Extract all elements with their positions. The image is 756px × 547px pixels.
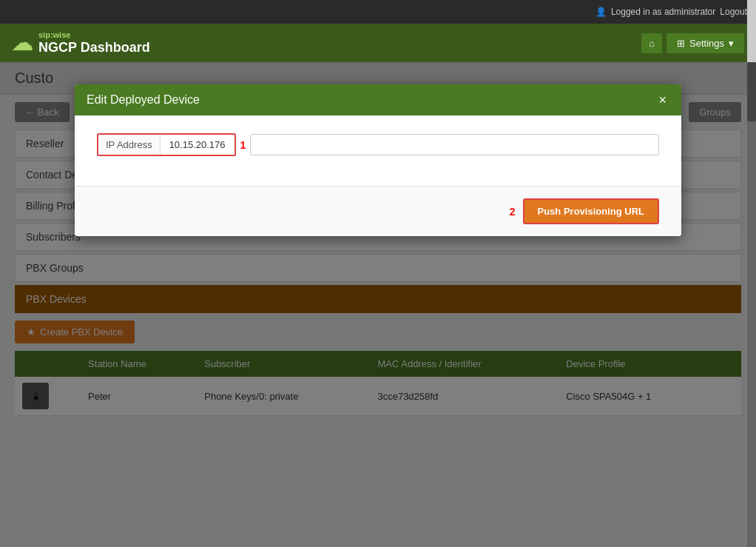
user-info: 👤 Logged in as administrator Logout	[595, 7, 747, 17]
ip-value: 10.15.20.176	[161, 135, 234, 155]
step1-indicator: 1	[240, 139, 246, 151]
logo-cloud-icon: ☁	[12, 31, 33, 56]
modal-overlay: Edit Deployed Device × IP Address 10.15.…	[0, 62, 756, 547]
settings-grid-icon: ⊞	[677, 38, 685, 49]
logged-in-text: Logged in as administrator	[611, 7, 715, 17]
step2-indicator: 2	[510, 206, 516, 218]
modal-body: IP Address 10.15.20.176 1	[75, 115, 681, 186]
settings-label: Settings	[689, 38, 724, 49]
logo-subtext: sip:wise	[38, 30, 150, 39]
modal-close-button[interactable]: ×	[655, 93, 669, 107]
logout-link[interactable]: Logout	[720, 7, 747, 17]
ip-input-group: IP Address 10.15.20.176	[97, 133, 236, 156]
logo-area: ☁ sip:wise NGCP Dashboard	[12, 30, 150, 55]
logo-text-group: sip:wise NGCP Dashboard	[38, 30, 150, 55]
settings-chevron-icon: ▾	[729, 38, 734, 49]
header-buttons: ⌂ ⊞ Settings ▾	[641, 33, 744, 53]
settings-button[interactable]: ⊞ Settings ▾	[666, 33, 744, 53]
app-title: NGCP Dashboard	[38, 40, 150, 55]
person-icon: 👤	[595, 7, 607, 17]
header: ☁ sip:wise NGCP Dashboard ⌂ ⊞ Settings ▾	[0, 24, 756, 62]
ip-address-row: IP Address 10.15.20.176 1	[97, 133, 659, 156]
provisioning-input[interactable]	[250, 134, 659, 155]
page-content: Custo ← Back Groups Reseller Contact Det…	[0, 62, 756, 547]
push-provisioning-url-button[interactable]: Push Provisioning URL	[523, 198, 659, 224]
home-button[interactable]: ⌂	[641, 33, 662, 53]
ip-label: IP Address	[98, 135, 161, 155]
home-icon: ⌂	[649, 38, 655, 49]
top-bar: 👤 Logged in as administrator Logout	[0, 0, 756, 24]
modal-title: Edit Deployed Device	[87, 93, 200, 107]
edit-deployed-device-modal: Edit Deployed Device × IP Address 10.15.…	[75, 84, 681, 236]
modal-header: Edit Deployed Device ×	[75, 84, 681, 115]
modal-footer: 2 Push Provisioning URL	[75, 186, 681, 236]
